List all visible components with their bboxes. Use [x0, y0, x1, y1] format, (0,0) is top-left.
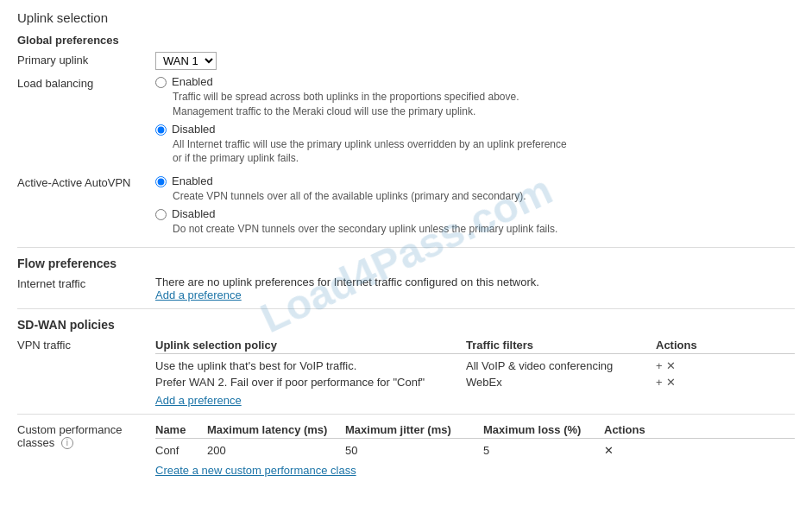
sdwan-header: SD-WAN policies: [17, 318, 795, 332]
vpn-col-actions-header: Actions: [656, 339, 725, 352]
internet-traffic-row: Internet traffic There are no uplink pre…: [17, 276, 795, 301]
perf-row1-latency: 200: [207, 444, 345, 457]
vpn-table-header: Uplink selection policy Traffic filters …: [155, 337, 795, 354]
internet-traffic-desc: There are no uplink preferences for Inte…: [155, 276, 795, 288]
load-balancing-enabled-label: Enabled: [172, 75, 213, 88]
perf-row1-actions: ✕: [604, 444, 673, 457]
internet-traffic-content: There are no uplink preferences for Inte…: [155, 276, 795, 301]
perf-col-actions-header: Actions: [604, 423, 673, 436]
remove-icon-row2[interactable]: ✕: [666, 376, 676, 389]
create-perf-class: Create a new custom performance class: [155, 464, 795, 477]
custom-performance-row: Custom performance classes i Name Maximu…: [17, 421, 795, 477]
vpn-row2-filter: WebEx: [466, 376, 656, 389]
autovpn-disabled-label: Disabled: [172, 207, 216, 220]
sdwan-section: SD-WAN policies: [17, 318, 795, 332]
create-performance-class-link[interactable]: Create a new custom performance class: [155, 464, 356, 477]
vpn-row1-actions: + ✕: [656, 359, 725, 372]
page-title: Uplink selection: [17, 10, 795, 25]
custom-performance-label-line1: Custom performance: [17, 423, 122, 436]
custom-performance-label-line2: classes: [17, 436, 54, 449]
divider-3: [17, 414, 795, 415]
global-preferences-header: Global preferences: [17, 34, 795, 47]
custom-performance-content: Name Maximum latency (ms) Maximum jitter…: [155, 421, 795, 477]
perf-col-latency-header: Maximum latency (ms): [207, 423, 345, 436]
table-row: Conf 200 50 5 ✕: [155, 442, 795, 459]
load-balancing-disabled-label: Disabled: [172, 123, 216, 136]
load-balancing-disabled-row: Disabled: [155, 123, 795, 136]
divider-2: [17, 308, 795, 309]
perf-col-name-header: Name: [155, 423, 207, 436]
remove-icon-row1[interactable]: ✕: [666, 359, 676, 372]
remove-perf-row1[interactable]: ✕: [604, 444, 614, 457]
load-balancing-disabled-desc: All Internet traffic will use the primar…: [173, 137, 795, 167]
perf-row1-jitter: 50: [345, 444, 483, 457]
autovpn-enabled-row: Enabled: [155, 174, 795, 187]
table-row: Prefer WAN 2. Fail over if poor performa…: [155, 374, 795, 390]
perf-row1-name: Conf: [155, 444, 207, 457]
load-balancing-label: Load balancing: [17, 75, 155, 90]
load-balancing-row: Load balancing Enabled Traffic will be s…: [17, 75, 795, 169]
add-icon-row2[interactable]: +: [656, 376, 663, 389]
add-icon-row1[interactable]: +: [656, 359, 663, 372]
custom-performance-label: Custom performance classes i: [17, 421, 155, 450]
flow-preferences-header: Flow preferences: [17, 257, 795, 270]
perf-col-jitter-header: Maximum jitter (ms): [345, 423, 483, 436]
vpn-traffic-label: VPN traffic: [17, 337, 155, 352]
flow-preferences-section: Flow preferences: [17, 257, 795, 270]
primary-uplink-content: WAN 1 WAN 2: [155, 52, 795, 70]
perf-row1-loss: 5: [483, 444, 604, 457]
add-preference-link-vpn[interactable]: Add a preference: [155, 394, 242, 407]
autovpn-enabled-label: Enabled: [172, 174, 213, 187]
vpn-row2-policy: Prefer WAN 2. Fail over if poor performa…: [155, 376, 466, 389]
autovpn-row: Active-Active AutoVPN Enabled Create VPN…: [17, 174, 795, 240]
load-balancing-content: Enabled Traffic will be spread across bo…: [155, 75, 795, 169]
vpn-row1-filter: All VoIP & video conferencing: [466, 359, 656, 372]
autovpn-label: Active-Active AutoVPN: [17, 174, 155, 189]
add-preference-link-flow[interactable]: Add a preference: [155, 288, 242, 301]
load-balancing-enabled-row: Enabled: [155, 75, 795, 88]
autovpn-content: Enabled Create VPN tunnels over all of t…: [155, 174, 795, 240]
autovpn-disabled-row: Disabled: [155, 207, 795, 220]
table-row: Use the uplink that's best for VoIP traf…: [155, 358, 795, 374]
autovpn-enabled-desc: Create VPN tunnels over all of the avail…: [173, 189, 795, 204]
load-balancing-enabled-desc: Traffic will be spread across both uplin…: [173, 90, 795, 119]
vpn-col-filters-header: Traffic filters: [466, 339, 656, 352]
load-balancing-disabled-radio[interactable]: [155, 124, 167, 136]
load-balancing-enabled-radio[interactable]: [155, 77, 167, 88]
autovpn-disabled-desc: Do not create VPN tunnels over the secon…: [173, 222, 795, 237]
primary-uplink-select[interactable]: WAN 1 WAN 2: [155, 52, 217, 70]
vpn-add-preference: Add a preference: [155, 394, 795, 407]
vpn-row2-actions: + ✕: [656, 376, 725, 389]
internet-traffic-label: Internet traffic: [17, 276, 155, 290]
perf-table-header: Name Maximum latency (ms) Maximum jitter…: [155, 421, 795, 439]
autovpn-enabled-radio[interactable]: [155, 176, 167, 187]
primary-uplink-row: Primary uplink WAN 1 WAN 2: [17, 52, 795, 70]
autovpn-disabled-radio[interactable]: [155, 209, 167, 220]
divider-1: [17, 247, 795, 248]
vpn-traffic-content: Uplink selection policy Traffic filters …: [155, 337, 795, 407]
perf-col-loss-header: Maximum loss (%): [483, 423, 604, 436]
vpn-row1-policy: Use the uplink that's best for VoIP traf…: [155, 359, 466, 372]
vpn-col-policy-header: Uplink selection policy: [155, 339, 466, 352]
vpn-traffic-row: VPN traffic Uplink selection policy Traf…: [17, 337, 795, 407]
info-icon[interactable]: i: [61, 437, 73, 449]
primary-uplink-label: Primary uplink: [17, 52, 155, 67]
